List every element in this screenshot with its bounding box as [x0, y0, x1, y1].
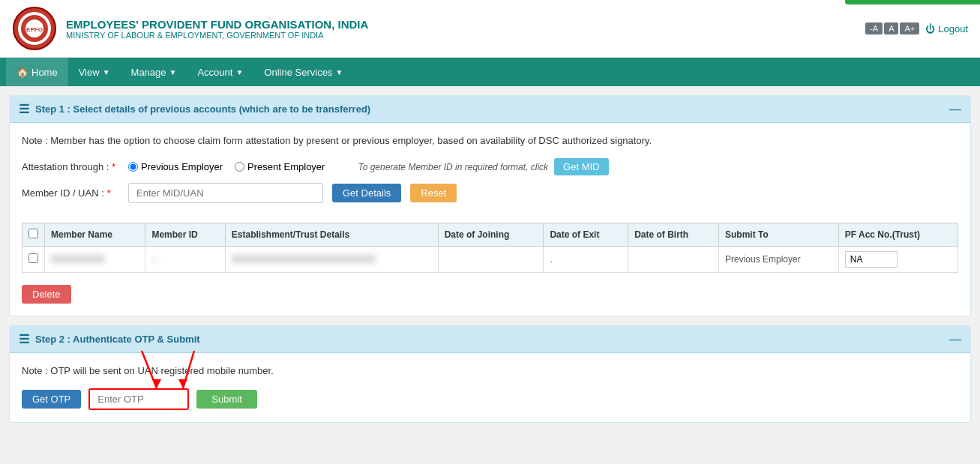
cell-establishment: XXXXXXXXXXXXXXXXXXXXXXXX: [225, 247, 438, 273]
org-name: EMPLOYEES' PROVIDENT FUND ORGANISATION, …: [66, 18, 865, 31]
font-normal-btn[interactable]: A: [884, 22, 898, 34]
nav-online-services[interactable]: Online Services ▼: [253, 58, 353, 86]
header-text: EMPLOYEES' PROVIDENT FUND ORGANISATION, …: [66, 18, 865, 40]
font-controls: -A A A+: [865, 22, 919, 34]
ministry-name: MINISTRY OF LABOUR & EMPLOYMENT, GOVERNM…: [66, 31, 865, 40]
view-chevron-icon: ▼: [103, 68, 110, 76]
step1-minimize-icon[interactable]: —: [949, 103, 961, 116]
nav-view[interactable]: View ▼: [68, 58, 121, 86]
svg-marker-8: [178, 379, 187, 388]
nav-manage-label: Manage: [131, 67, 166, 78]
row-checkbox[interactable]: [28, 253, 38, 263]
member-id-label: Member ID / UAN : *: [22, 187, 119, 199]
col-date-birth: Date of Birth: [628, 223, 719, 247]
cell-date-birth: [628, 247, 719, 273]
reset-button[interactable]: Reset: [410, 184, 457, 202]
menu-icon: ☰: [19, 102, 29, 116]
svg-marker-6: [152, 379, 161, 388]
select-all-checkbox[interactable]: [28, 229, 38, 238]
step2-title-text: Step 2 : Authenticate OTP & Submit: [35, 334, 200, 345]
nav-home[interactable]: 🏠 Home: [6, 58, 68, 86]
col-date-joining: Date of Joining: [438, 223, 544, 247]
get-mid-text: To generate Member ID in required format…: [358, 162, 548, 172]
online-services-chevron-icon: ▼: [335, 68, 343, 76]
otp-input[interactable]: [90, 390, 187, 409]
get-mid-button[interactable]: Get MID: [554, 158, 608, 175]
account-chevron-icon: ▼: [235, 68, 243, 76]
nav-online-services-label: Online Services: [264, 67, 332, 78]
get-otp-button[interactable]: Get OTP: [22, 390, 81, 409]
col-member-id: Member ID: [145, 223, 225, 247]
col-date-exit: Date of Exit: [544, 223, 628, 247]
step1-card: ☰ Step 1 : Select details of previous ac…: [9, 95, 971, 316]
cell-member-name: XXXXXXXXX: [45, 247, 145, 273]
nav-account-label: Account: [197, 67, 232, 78]
svg-text:EPFO: EPFO: [26, 26, 43, 33]
radio-previous-employer-input[interactable]: [128, 162, 138, 172]
cell-date-joining: [438, 247, 544, 273]
col-member-name: Member Name: [45, 223, 145, 247]
step2-title: ☰ Step 2 : Authenticate OTP & Submit: [19, 332, 200, 346]
submit-button[interactable]: Submit: [196, 390, 256, 409]
attestation-radio-group: Previous Employer Present Employer: [128, 161, 325, 172]
progress-bar: [845, 0, 980, 4]
step2-menu-icon: ☰: [19, 332, 29, 346]
radio-previous-label: Previous Employer: [141, 161, 223, 172]
logout-label: Logout: [938, 23, 968, 34]
header-controls: -A A A+ ⏻ Logout: [865, 22, 968, 34]
font-decrease-btn[interactable]: -A: [865, 22, 883, 34]
step2-header: ☰ Step 2 : Authenticate OTP & Submit —: [10, 326, 970, 353]
col-checkbox: [22, 223, 45, 247]
home-icon: 🏠: [16, 67, 28, 78]
get-details-button[interactable]: Get Details: [332, 184, 401, 202]
establishment-blurred: XXXXXXXXXXXXXXXXXXXXXXXX: [232, 254, 376, 265]
cell-submit-to: Previous Employer: [718, 247, 838, 273]
attestation-required: *: [112, 161, 115, 172]
radio-present-label: Present Employer: [247, 161, 325, 172]
step2-card: ☰ Step 2 : Authenticate OTP & Submit — N…: [9, 325, 971, 423]
table-row: XXXXXXXXX -- XXXXXXXXXXXXXXXXXXXXXXXX . …: [22, 247, 958, 273]
step2-content: Note : OTP will be sent on UAN registere…: [10, 353, 970, 422]
step1-table-wrapper: Member Name Member ID Establishment/Trus…: [10, 223, 970, 285]
member-id-input[interactable]: [128, 183, 323, 203]
nav-manage[interactable]: Manage ▼: [121, 58, 187, 86]
logout-icon: ⏻: [925, 23, 935, 34]
attestation-row: Attestation through : * Previous Employe…: [22, 158, 958, 175]
otp-input-wrapper: [88, 388, 189, 410]
member-id-required: *: [106, 187, 110, 199]
get-mid-area: To generate Member ID in required format…: [358, 158, 608, 175]
font-increase-btn[interactable]: A+: [900, 22, 919, 34]
table-header-row: Member Name Member ID Establishment/Trus…: [22, 223, 958, 247]
cell-member-id: --: [145, 247, 225, 273]
accounts-table: Member Name Member ID Establishment/Trus…: [22, 223, 958, 273]
col-pf-acc-no: PF Acc No.(Trust): [838, 223, 958, 247]
step1-content: Note : Member has the option to choose c…: [10, 123, 970, 223]
nav-view-label: View: [79, 67, 100, 78]
member-id-row: Member ID / UAN : * Get Details Reset: [22, 183, 958, 203]
manage-chevron-icon: ▼: [169, 68, 177, 76]
cell-date-exit: .: [544, 247, 628, 273]
nav-account[interactable]: Account ▼: [187, 58, 253, 86]
row-checkbox-cell: [22, 247, 45, 273]
step1-title-text: Step 1 : Select details of previous acco…: [35, 103, 370, 115]
main-navbar: 🏠 Home View ▼ Manage ▼ Account ▼ Online …: [0, 58, 980, 86]
radio-previous-employer[interactable]: Previous Employer: [128, 161, 223, 172]
radio-present-employer[interactable]: Present Employer: [235, 161, 325, 172]
logout-button[interactable]: ⏻ Logout: [925, 23, 968, 34]
step1-header: ☰ Step 1 : Select details of previous ac…: [10, 96, 970, 123]
step2-minimize-icon[interactable]: —: [949, 333, 961, 346]
otp-row: Get OTP Submit: [22, 388, 958, 410]
step1-note: Note : Member has the option to choose c…: [22, 135, 958, 146]
member-id-blurred: --: [151, 254, 157, 265]
attestation-label: Attestation through : *: [22, 161, 119, 172]
otp-note: Note : OTP will be sent on UAN registere…: [22, 365, 958, 376]
nav-home-label: Home: [31, 67, 58, 78]
step1-title: ☰ Step 1 : Select details of previous ac…: [19, 102, 370, 116]
radio-present-employer-input[interactable]: [235, 162, 244, 172]
delete-button[interactable]: Delete: [22, 285, 71, 304]
col-submit-to: Submit To: [718, 223, 838, 247]
col-establishment: Establishment/Trust Details: [225, 223, 438, 247]
epfo-logo: EPFO: [12, 6, 57, 51]
pf-acc-input[interactable]: [845, 251, 898, 268]
page-header: EPFO EMPLOYEES' PROVIDENT FUND ORGANISAT…: [0, 0, 980, 58]
